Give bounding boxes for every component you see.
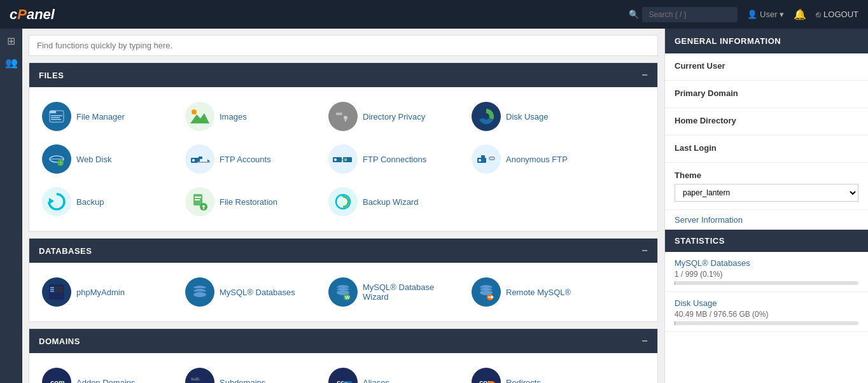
domains-section-header[interactable]: DOMAINS − bbox=[29, 329, 657, 353]
remote-mysql-icon bbox=[472, 277, 501, 307]
app-mysql-database-wizard[interactable]: W MySQL® Database Wizard bbox=[325, 272, 465, 312]
ftp-connections-icon bbox=[328, 144, 358, 174]
app-directory-privacy[interactable]: Directory Privacy bbox=[325, 97, 465, 136]
web-disk-label: Web Disk bbox=[76, 155, 111, 164]
phpmyadmin-svg bbox=[48, 283, 66, 301]
svg-rect-4 bbox=[51, 119, 61, 120]
stat-mysql-bar-bg bbox=[675, 281, 858, 285]
redirects-label: Redirects bbox=[506, 378, 541, 384]
file-restoration-icon bbox=[185, 187, 214, 216]
databases-section-header[interactable]: DATABASES − bbox=[29, 239, 657, 263]
phpmyadmin-label: phpMyAdmin bbox=[76, 288, 125, 297]
home-directory-label: Home Directory bbox=[675, 116, 858, 125]
main-layout: ⊞ 👥 FILES − bbox=[0, 29, 868, 383]
app-subdomains[interactable]: sub. .com Subdomains bbox=[182, 363, 322, 383]
app-phpmyadmin[interactable]: phpMyAdmin bbox=[39, 272, 179, 312]
logout-icon: ⎋ bbox=[816, 10, 821, 19]
redirects-svg: .com bbox=[475, 371, 498, 383]
sidebar-users-icon[interactable]: 👥 bbox=[5, 57, 18, 69]
app-mysql-databases[interactable]: MySQL® Databases bbox=[182, 272, 322, 312]
search-container: 🔍 bbox=[629, 7, 738, 22]
search-icon: 🔍 bbox=[629, 10, 639, 19]
user-menu[interactable]: 👤 User ▾ bbox=[747, 10, 784, 19]
server-info-link[interactable]: Server Information bbox=[665, 210, 868, 230]
files-collapse-btn[interactable]: − bbox=[641, 69, 648, 81]
svg-rect-2 bbox=[51, 115, 62, 116]
anonymous-ftp-label: Anonymous FTP bbox=[506, 155, 568, 164]
ftp-connections-svg bbox=[332, 148, 354, 171]
phpmyadmin-icon bbox=[42, 277, 71, 307]
user-icon: 👤 bbox=[747, 10, 757, 19]
svg-rect-22 bbox=[199, 157, 202, 159]
disk-usage-label: Disk Usage bbox=[506, 112, 548, 122]
svg-point-60 bbox=[193, 292, 206, 297]
app-addon-domains[interactable]: .com + Addon Domains bbox=[39, 363, 179, 383]
svg-text:.com: .com bbox=[48, 379, 65, 383]
mysql-wizard-label: MySQL® Database Wizard bbox=[363, 282, 462, 302]
quick-search-input[interactable] bbox=[29, 35, 658, 56]
svg-rect-54 bbox=[55, 289, 63, 290]
svg-rect-3 bbox=[51, 117, 60, 118]
notification-bell[interactable]: 🔔 bbox=[794, 8, 806, 20]
stat-mysql-databases: MySQL® Databases 1 / 999 (0.1%) bbox=[665, 252, 868, 292]
app-file-restoration[interactable]: File Restoration bbox=[182, 182, 322, 221]
directory-privacy-icon bbox=[328, 102, 358, 131]
databases-section-body: phpMyAdmin MySQL® Databases bbox=[29, 263, 657, 321]
current-user-label: Current User bbox=[675, 61, 858, 71]
stat-disk-bar-fill bbox=[675, 321, 675, 325]
logout-button[interactable]: ⎋ LOGOUT bbox=[816, 10, 858, 19]
topnav-right: 🔍 👤 User ▾ 🔔 ⎋ LOGOUT bbox=[629, 7, 858, 22]
app-web-disk[interactable]: ↑ Web Disk bbox=[39, 139, 179, 179]
top-search-input[interactable] bbox=[642, 7, 738, 22]
app-ftp-accounts[interactable]: FTP Accounts bbox=[182, 139, 322, 179]
backup-wizard-svg bbox=[332, 190, 354, 213]
files-section-title: FILES bbox=[39, 71, 64, 80]
topnav: cPanel 🔍 👤 User ▾ 🔔 ⎋ LOGOUT bbox=[0, 0, 868, 29]
svg-rect-35 bbox=[481, 155, 485, 158]
svg-text:↑: ↑ bbox=[59, 160, 62, 166]
svg-rect-9 bbox=[336, 113, 342, 115]
app-backup-wizard[interactable]: Backup Wizard bbox=[325, 182, 465, 221]
mysql-wizard-icon: W bbox=[328, 277, 358, 307]
app-aliases[interactable]: .com ≡ Aliases bbox=[325, 363, 465, 383]
databases-collapse-btn[interactable]: − bbox=[641, 245, 648, 256]
svg-point-7 bbox=[192, 109, 197, 115]
domains-collapse-btn[interactable]: − bbox=[641, 335, 648, 347]
anonymous-ftp-svg bbox=[475, 148, 498, 171]
topnav-left: cPanel bbox=[10, 6, 55, 23]
files-section-header[interactable]: FILES − bbox=[29, 63, 657, 87]
databases-section-title: DATABASES bbox=[39, 246, 92, 256]
subdomains-svg: sub. .com bbox=[188, 371, 211, 383]
aliases-label: Aliases bbox=[363, 378, 389, 384]
right-panel: GENERAL INFORMATION Current User Primary… bbox=[664, 29, 868, 383]
svg-rect-50 bbox=[50, 287, 54, 288]
app-disk-usage[interactable]: Disk Usage bbox=[468, 97, 608, 136]
redirects-icon: .com bbox=[472, 368, 501, 383]
svg-rect-5 bbox=[189, 106, 211, 127]
ftp-accounts-svg bbox=[188, 148, 211, 171]
app-redirects[interactable]: .com Redirects bbox=[468, 363, 608, 383]
app-anonymous-ftp[interactable]: Anonymous FTP bbox=[468, 139, 608, 179]
sidebar-grid-icon[interactable]: ⊞ bbox=[7, 35, 15, 47]
aliases-svg: .com ≡ bbox=[332, 371, 354, 383]
app-file-manager[interactable]: File Manager bbox=[39, 97, 179, 136]
ftp-accounts-icon bbox=[185, 144, 214, 174]
app-ftp-connections[interactable]: FTP Connections bbox=[325, 139, 465, 179]
general-info-title: GENERAL INFORMATION bbox=[675, 36, 781, 46]
app-backup[interactable]: Backup bbox=[39, 182, 179, 221]
backup-wizard-icon bbox=[328, 187, 358, 216]
theme-select[interactable]: paper_lantern bbox=[675, 184, 858, 202]
last-login-section: Last Login bbox=[665, 136, 868, 163]
stat-disk-link[interactable]: Disk Usage bbox=[675, 298, 858, 308]
file-restoration-label: File Restoration bbox=[220, 197, 277, 207]
backup-svg bbox=[45, 190, 68, 213]
svg-point-34 bbox=[479, 159, 481, 162]
remote-mysql-label: Remote MySQL® bbox=[506, 288, 571, 297]
addon-domains-icon: .com + bbox=[42, 368, 71, 383]
images-label: Images bbox=[220, 112, 247, 122]
app-images[interactable]: Images bbox=[182, 97, 322, 136]
app-remote-mysql[interactable]: Remote MySQL® bbox=[468, 272, 608, 312]
images-icon bbox=[185, 102, 214, 131]
svg-rect-51 bbox=[50, 289, 54, 290]
stat-mysql-link[interactable]: MySQL® Databases bbox=[675, 258, 858, 268]
